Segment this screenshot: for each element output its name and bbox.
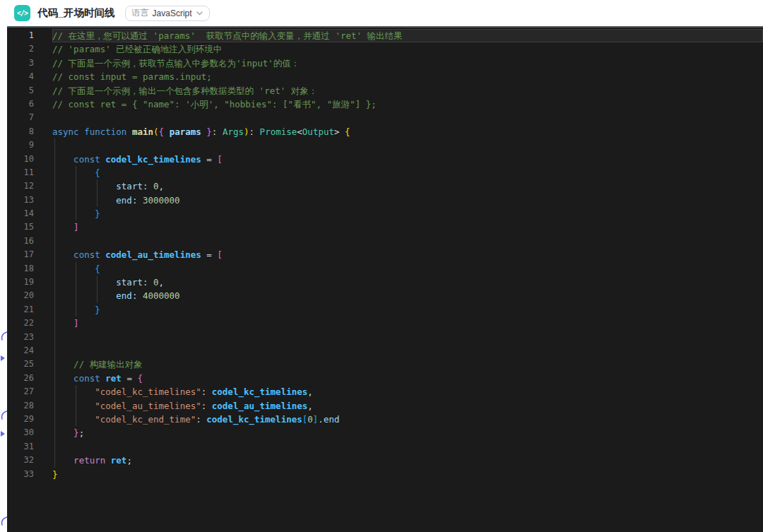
line-number: 24 (7, 344, 34, 357)
line-number: 12 (7, 179, 34, 193)
edge-curve-icon (0, 410, 7, 422)
code-line-content: } (52, 303, 763, 317)
indent-guide (54, 413, 55, 426)
code-line[interactable]: 22 ] (7, 317, 763, 330)
code-line[interactable]: 4// const input = params.input; (7, 70, 763, 83)
code-line[interactable]: 25 // 构建输出对象 (7, 357, 763, 371)
language-value: JavaScript (153, 8, 192, 18)
indent-guide (54, 372, 55, 385)
code-node-icon: </> (14, 5, 30, 21)
canvas-edge-strip (0, 26, 7, 532)
code-line-content (52, 440, 763, 454)
indent-guide (54, 220, 55, 234)
language-label: 语言 (132, 7, 149, 19)
indent-guide (54, 454, 55, 467)
code-line-content: async function main({ params }: Args): P… (52, 125, 763, 138)
code-editor[interactable]: 1// 在这里，您可以通过 'params' 获取节点中的输入变量，并通过 'r… (7, 26, 763, 532)
code-line-content (52, 138, 763, 152)
panel-title: 代码_开场时间线 (37, 6, 115, 20)
line-number: 23 (7, 331, 34, 344)
code-line-content (52, 331, 763, 344)
indent-guide (54, 426, 55, 439)
chevron-down-icon (196, 11, 203, 16)
code-line[interactable]: 11 { (7, 166, 763, 179)
line-number: 13 (7, 194, 34, 207)
code-line-content: // const input = params.input; (52, 70, 763, 83)
indent-guide (76, 194, 76, 207)
indent-guide (54, 153, 55, 166)
code-line[interactable]: 27 "codel_kc_timelines": codel_kc_timeli… (7, 385, 763, 398)
code-line-content: "codel_au_timelines": codel_au_timelines… (52, 399, 763, 413)
line-number: 28 (7, 399, 34, 413)
code-line[interactable]: 24 (7, 344, 763, 357)
code-line[interactable]: 12 start: 0, (7, 179, 763, 193)
code-line[interactable]: 15 ] (7, 220, 763, 234)
indent-guide (54, 207, 55, 220)
code-line-content: { (52, 262, 763, 276)
line-number: 6 (7, 97, 34, 111)
line-number: 27 (7, 385, 34, 398)
line-number: 15 (7, 220, 34, 234)
code-line-content: return ret; (52, 454, 763, 467)
indent-guide (76, 385, 76, 398)
code-line[interactable]: 29 "codel_kc_end_time": codel_kc_timelin… (7, 413, 763, 426)
edge-arrow-icon (0, 352, 6, 365)
indent-guide (54, 194, 55, 207)
indent-guide (54, 138, 55, 152)
indent-guide (97, 194, 97, 207)
code-line[interactable]: 14 } (7, 207, 763, 220)
indent-guide (54, 248, 55, 261)
line-number: 1 (7, 29, 34, 42)
line-number: 30 (7, 426, 34, 439)
line-number: 20 (7, 289, 34, 302)
code-line[interactable]: 31 (7, 440, 763, 454)
code-line[interactable]: 10 const codel_kc_timelines = [ (7, 153, 763, 166)
indent-guide (54, 385, 55, 398)
code-line[interactable]: 17 const codel_au_timelines = [ (7, 248, 763, 261)
line-number: 10 (7, 153, 34, 166)
code-line[interactable]: 21 } (7, 303, 763, 317)
line-number: 19 (7, 276, 34, 289)
code-line[interactable]: 32 return ret; (7, 454, 763, 467)
indent-guide (54, 262, 55, 276)
code-line[interactable]: 30 }; (7, 426, 763, 439)
code-line[interactable]: 18 { (7, 262, 763, 276)
line-number: 2 (7, 42, 34, 56)
indent-guide (76, 166, 76, 179)
code-line[interactable]: 1// 在这里，您可以通过 'params' 获取节点中的输入变量，并通过 'r… (7, 29, 763, 42)
edge-curve-icon (0, 331, 7, 343)
line-number: 22 (7, 317, 34, 330)
edge-curve-icon (0, 516, 7, 528)
code-line[interactable]: 8async function main({ params }: Args): … (7, 125, 763, 138)
code-line[interactable]: 19 start: 0, (7, 276, 763, 289)
code-line[interactable]: 7 (7, 111, 763, 124)
code-line[interactable]: 23 (7, 331, 763, 344)
code-line[interactable]: 26 const ret = { (7, 372, 763, 385)
code-line-content: const codel_kc_timelines = [ (52, 153, 763, 166)
line-number: 5 (7, 84, 34, 97)
code-line[interactable]: 2// 'params' 已经被正确地注入到环境中 (7, 42, 763, 56)
code-line-content: { (52, 166, 763, 179)
code-line-content: end: 3000000 (52, 194, 763, 207)
indent-guide (54, 303, 55, 317)
code-line-content: // 下面是一个示例，获取节点输入中参数名为'input'的值： (52, 57, 763, 70)
code-line-content: // 构建输出对象 (52, 357, 763, 371)
code-line-content: start: 0, (52, 179, 763, 193)
line-number: 32 (7, 454, 34, 467)
line-number: 9 (7, 138, 34, 152)
code-line[interactable]: 16 (7, 235, 763, 248)
code-line[interactable]: 9 (7, 138, 763, 152)
indent-guide (54, 331, 55, 344)
code-line[interactable]: 6// const ret = { "name": '小明', "hobbies… (7, 97, 763, 111)
code-line-content (52, 111, 763, 124)
line-number: 7 (7, 111, 34, 124)
code-line[interactable]: 13 end: 3000000 (7, 194, 763, 207)
language-selector[interactable]: 语言 JavaScript (125, 6, 210, 21)
code-line[interactable]: 3// 下面是一个示例，获取节点输入中参数名为'input'的值： (7, 57, 763, 70)
edge-arrow-icon (0, 427, 6, 440)
code-line[interactable]: 28 "codel_au_timelines": codel_au_timeli… (7, 399, 763, 413)
code-line-content: // 'params' 已经被正确地注入到环境中 (52, 42, 763, 56)
code-line[interactable]: 33} (7, 468, 763, 481)
code-line[interactable]: 20 end: 4000000 (7, 289, 763, 302)
code-line[interactable]: 5// 下面是一个示例，输出一个包含多种数据类型的 'ret' 对象： (7, 84, 763, 97)
